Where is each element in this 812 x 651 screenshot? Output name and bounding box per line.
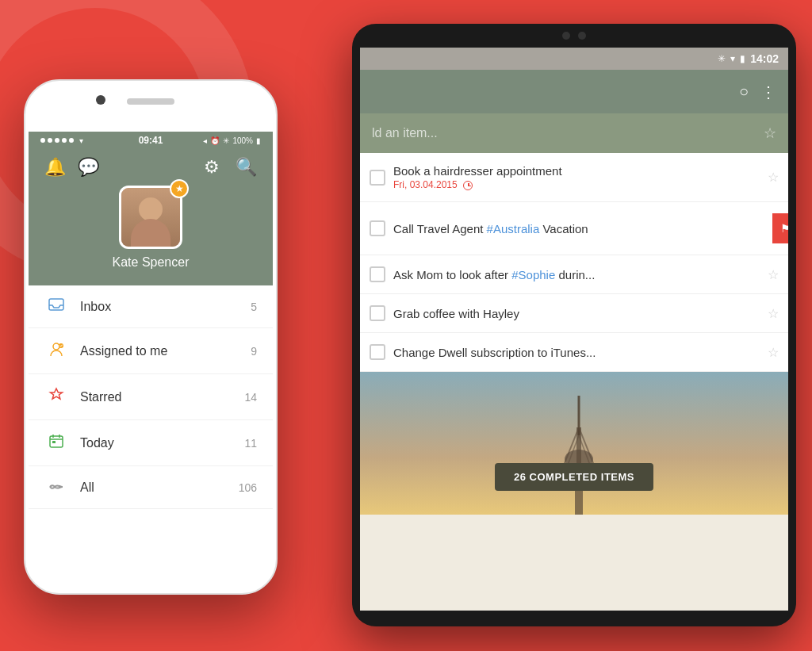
signal-dots: ▾ (40, 136, 83, 145)
menu-item-inbox[interactable]: Inbox 5 (29, 285, 273, 328)
phone-top (29, 84, 273, 132)
svg-rect-8 (49, 299, 63, 310)
avatar-container: ★ (119, 186, 182, 249)
all-icon (44, 479, 68, 496)
phone-left-icons: 🔔 💬 (44, 157, 99, 178)
task-item[interactable]: Ask Mom to look after #Sophie durin... ☆ (360, 255, 788, 294)
wifi-status-icon: ▾ (79, 136, 83, 145)
phone-time: 09:41 (139, 135, 163, 146)
phone-status-right: ◂ ⏰ ✳ 100% ▮ (203, 136, 261, 145)
signal-dot (40, 138, 45, 143)
task-item[interactable]: Grab coffee with Hayley ☆ (360, 294, 788, 333)
task-title: Change Dwell subscription to iTunes... (393, 346, 760, 359)
task-title: Book a hairdresser appointment (393, 164, 760, 178)
svg-rect-15 (52, 441, 56, 443)
settings-icon[interactable]: ⚙ (204, 157, 220, 178)
task-item[interactable]: Book a hairdresser appointment Fri, 03.0… (360, 153, 788, 202)
tablet-time: 14:02 (750, 52, 779, 65)
svg-point-9 (53, 343, 59, 350)
phone: ▾ 09:41 ◂ ⏰ ✳ 100% ▮ 🔔 💬 ⚙ 🔍 (24, 79, 278, 595)
task-content: Call Travel Agent #Australia Vacation (393, 222, 764, 236)
signal-dot (69, 138, 74, 143)
tower-silhouette (555, 388, 603, 515)
assigned-icon (44, 341, 68, 361)
tablet-status-bar: ✳ ▾ ▮ 14:02 (360, 48, 788, 70)
task-checkbox[interactable] (370, 266, 385, 282)
alarm-icon: ⏰ (210, 136, 220, 145)
task-flag-icon[interactable]: ⚑ (772, 213, 788, 243)
task-checkbox[interactable] (370, 170, 385, 186)
menu-count-today: 11 (244, 437, 257, 450)
task-list: Book a hairdresser appointment Fri, 03.0… (360, 153, 788, 372)
inbox-icon (44, 298, 68, 315)
menu-label-starred: Starred (80, 390, 244, 404)
tablet-camera-area (562, 32, 586, 40)
menu-item-all[interactable]: All 106 (29, 466, 273, 509)
task-star-icon[interactable]: ☆ (768, 267, 779, 282)
signal-dot (48, 138, 52, 143)
tablet: ✳ ▾ ▮ 14:02 ○ ⋮ ld an item... ☆ Book a h… (352, 24, 796, 626)
menu-label-inbox: Inbox (80, 300, 251, 314)
menu-item-starred[interactable]: Starred 14 (29, 374, 273, 420)
task-item[interactable]: Call Travel Agent #Australia Vacation ⚑ (360, 202, 788, 255)
task-content: Book a hairdresser appointment Fri, 03.0… (393, 164, 760, 190)
tablet-header: ○ ⋮ (360, 70, 788, 113)
add-item-star-icon[interactable]: ☆ (764, 124, 776, 142)
task-subtitle: Fri, 03.04.2015 (393, 179, 760, 190)
menu-label-all: All (80, 481, 239, 495)
task-content: Change Dwell subscription to iTunes... (393, 346, 760, 359)
task-content: Grab coffee with Hayley (393, 307, 760, 320)
svg-rect-11 (50, 436, 63, 447)
battery-icon: ▮ (740, 53, 745, 64)
menu-count-assigned: 9 (251, 345, 257, 358)
add-item-placeholder: ld an item... (372, 126, 438, 140)
task-star-icon[interactable]: ☆ (768, 345, 779, 360)
task-checkbox[interactable] (370, 305, 385, 321)
battery-icon: ▮ (256, 136, 261, 145)
search-icon[interactable]: ○ (739, 82, 749, 101)
task-content: Ask Mom to look after #Sophie durin... (393, 268, 760, 281)
tablet-screen: ✳ ▾ ▮ 14:02 ○ ⋮ ld an item... ☆ Book a h… (360, 48, 788, 611)
menu-label-assigned: Assigned to me (80, 344, 251, 358)
message-icon[interactable]: 💬 (78, 157, 99, 178)
avatar-person (121, 188, 180, 247)
phone-header-icons: 🔔 💬 ⚙ 🔍 (44, 157, 257, 178)
signal-dot (62, 138, 67, 143)
phone-menu: Inbox 5 Assigned to me 9 (29, 285, 273, 509)
tablet-background-photo: 26 COMPLETED ITEMS (360, 372, 788, 515)
tablet-camera-dot (562, 32, 570, 40)
phone-camera (96, 95, 105, 105)
more-options-icon[interactable]: ⋮ (760, 82, 776, 101)
task-star-icon[interactable]: ☆ (768, 306, 779, 321)
starred-icon (44, 387, 68, 407)
bell-icon[interactable]: 🔔 (44, 157, 66, 178)
menu-item-today[interactable]: Today 11 (29, 420, 273, 466)
today-icon (44, 433, 68, 453)
task-checkbox[interactable] (370, 344, 385, 360)
add-item-bar[interactable]: ld an item... ☆ (360, 113, 788, 153)
completed-items-button[interactable]: 26 COMPLETED ITEMS (495, 463, 653, 491)
phone-inner: ▾ 09:41 ◂ ⏰ ✳ 100% ▮ 🔔 💬 ⚙ 🔍 (29, 84, 273, 590)
phone-speaker (127, 98, 174, 105)
tablet-camera-dot2 (578, 32, 586, 40)
avatar-badge: ★ (170, 179, 189, 198)
task-title: Grab coffee with Hayley (393, 307, 760, 320)
task-item[interactable]: Change Dwell subscription to iTunes... ☆ (360, 333, 788, 372)
menu-label-today: Today (80, 436, 244, 450)
bluetooth-icon: ✳ (718, 53, 726, 64)
signal-dot (55, 138, 59, 143)
phone-status-bar: ▾ 09:41 ◂ ⏰ ✳ 100% ▮ (29, 132, 273, 149)
menu-count-inbox: 5 (251, 301, 257, 313)
phone-right-icons: ⚙ 🔍 (204, 157, 257, 178)
bluetooth-status-icon: ✳ (223, 136, 229, 145)
task-star-icon[interactable]: ☆ (768, 170, 779, 185)
task-title: Ask Mom to look after #Sophie durin... (393, 268, 760, 281)
phone-header: 🔔 💬 ⚙ 🔍 ★ Kate Spencer (29, 149, 273, 285)
menu-item-assigned[interactable]: Assigned to me 9 (29, 328, 273, 374)
search-icon[interactable]: 🔍 (236, 157, 257, 178)
menu-count-all: 106 (239, 481, 257, 494)
user-name: Kate Spencer (113, 255, 190, 270)
task-checkbox[interactable] (370, 220, 385, 236)
location-icon: ◂ (203, 136, 207, 145)
battery-percent: 100% (232, 136, 253, 145)
